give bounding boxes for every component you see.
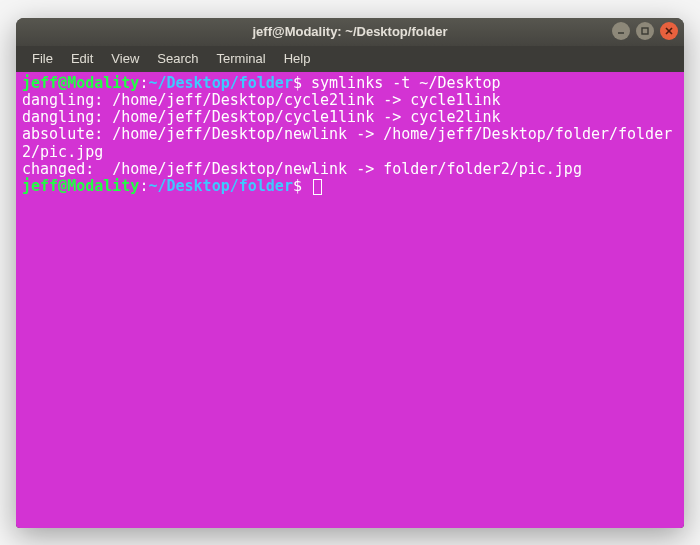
prompt-sep2: $: [293, 74, 311, 92]
menu-search[interactable]: Search: [149, 48, 206, 69]
menu-help[interactable]: Help: [276, 48, 319, 69]
menu-view[interactable]: View: [103, 48, 147, 69]
minimize-icon: [616, 26, 626, 36]
output-line: absolute: /home/jeff/Desktop/newlink -> …: [22, 125, 672, 160]
cursor-icon: [313, 179, 322, 195]
terminal-window: jeff@Modality: ~/Desktop/folder File Edi…: [16, 18, 684, 528]
minimize-button[interactable]: [612, 22, 630, 40]
close-icon: [664, 26, 674, 36]
svg-rect-1: [642, 28, 648, 34]
menubar: File Edit View Search Terminal Help: [16, 46, 684, 72]
output-line: dangling: /home/jeff/Desktop/cycle2link …: [22, 91, 501, 109]
prompt-user-host: jeff@Modality: [22, 74, 139, 92]
output-line: dangling: /home/jeff/Desktop/cycle1link …: [22, 108, 501, 126]
window-controls: [612, 22, 678, 40]
prompt-path: ~/Desktop/folder: [148, 177, 293, 195]
menu-edit[interactable]: Edit: [63, 48, 101, 69]
menu-file[interactable]: File: [24, 48, 61, 69]
command-text: symlinks -t ~/Desktop: [311, 74, 501, 92]
prompt-sep2: $: [293, 177, 311, 195]
window-title: jeff@Modality: ~/Desktop/folder: [252, 24, 447, 39]
maximize-icon: [640, 26, 650, 36]
prompt-path: ~/Desktop/folder: [148, 74, 293, 92]
output-line: changed: /home/jeff/Desktop/newlink -> f…: [22, 160, 582, 178]
terminal-area[interactable]: jeff@Modality:~/Desktop/folder$ symlinks…: [16, 72, 684, 528]
menu-terminal[interactable]: Terminal: [209, 48, 274, 69]
maximize-button[interactable]: [636, 22, 654, 40]
close-button[interactable]: [660, 22, 678, 40]
prompt-user-host: jeff@Modality: [22, 177, 139, 195]
titlebar[interactable]: jeff@Modality: ~/Desktop/folder: [16, 18, 684, 46]
